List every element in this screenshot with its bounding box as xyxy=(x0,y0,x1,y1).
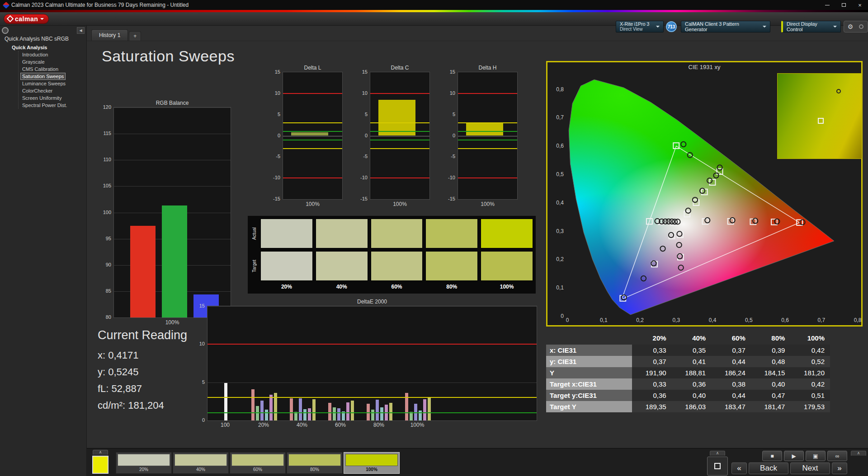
analysis-content: Saturation Sweeps RGB Balance 1201151101… xyxy=(87,41,868,448)
delta-l-chart: Delta L 151050-5-10-15 100% xyxy=(269,65,344,207)
last-page-button[interactable]: » xyxy=(832,462,847,474)
minimize-button[interactable] xyxy=(819,0,835,10)
calman-menu-button[interactable]: calman xyxy=(4,14,49,24)
save-button[interactable]: ▣ xyxy=(806,451,826,461)
y-tick-label: 0,5 xyxy=(556,171,564,177)
table-cell: 0,48 xyxy=(751,356,791,367)
sidebar-item-colorchecker[interactable]: ColorChecker xyxy=(20,87,54,94)
swatch-color xyxy=(118,454,170,466)
swatch-grid: ActualTarget20%40%60%80%100% xyxy=(250,219,533,291)
calman-logo-text: calman xyxy=(15,15,38,23)
workflow-root-node[interactable]: Quick Analysis xyxy=(0,44,86,51)
sidebar-item-grayscale[interactable]: Grayscale xyxy=(20,58,47,65)
deltae-bar xyxy=(333,407,336,420)
meter-reading-badge: 713 xyxy=(666,21,677,32)
deltae-bar xyxy=(312,399,316,420)
pattern-swatches: 20%40%60%80%100% xyxy=(116,452,400,474)
cie-y-axis: 0,80,70,60,50,40,30,20,10 xyxy=(549,72,566,316)
delta-bar xyxy=(466,122,503,135)
table-cell: 0,33 xyxy=(632,378,672,390)
maximize-button[interactable] xyxy=(835,0,852,10)
limit-line xyxy=(283,122,342,123)
pattern-swatch-60%[interactable]: 60% xyxy=(230,452,286,474)
pattern-generator-dropdown[interactable]: CalMAN Client 3 Pattern Generator xyxy=(681,21,770,33)
next-button[interactable]: Next xyxy=(790,462,830,474)
chart-title: Delta L xyxy=(283,65,343,72)
sidebar-item-cms-calibration[interactable]: CMS Calibration xyxy=(20,65,60,73)
table-cell: 0,51 xyxy=(790,390,830,401)
deltae-bar xyxy=(308,408,311,420)
y-tick-label: 110 xyxy=(103,157,111,162)
deltae-bar xyxy=(346,402,349,420)
display-control-dropdown[interactable]: Direct Display Control xyxy=(781,21,841,33)
chevron-down-icon xyxy=(656,26,660,29)
display-control-label: Direct Display Control xyxy=(787,21,830,32)
sidebar-item-spectral-power-dist-[interactable]: Spectral Power Dist. xyxy=(20,102,69,109)
collapse-tab[interactable]: ∧ xyxy=(710,451,725,456)
settings-gear-button[interactable]: ⚙ xyxy=(845,22,855,31)
table-cell: 181,20 xyxy=(790,367,830,378)
active-pattern-swatch[interactable] xyxy=(92,456,108,474)
pattern-swatch-80%[interactable]: 80% xyxy=(287,452,343,474)
y-tick-label: 0,7 xyxy=(556,114,564,121)
stop-button[interactable]: ■ xyxy=(762,451,782,461)
table-cell: 0,44 xyxy=(711,356,751,367)
title-bar: Calman 2023 Calman Ultimate for Business… xyxy=(0,0,868,10)
sidebar-item-screen-uniformity[interactable]: Screen Uniformity xyxy=(20,94,63,102)
column-header xyxy=(546,332,632,345)
deltae-bar xyxy=(428,397,431,420)
pattern-swatch-40%[interactable]: 40% xyxy=(173,452,229,474)
x-tick-label: 0,3 xyxy=(672,317,680,323)
collapse-tab[interactable]: ∧ xyxy=(93,450,108,455)
reading-cdm2: cd/m²: 181,204 xyxy=(98,397,187,414)
limit-line xyxy=(458,122,517,123)
swatch-label: 20% xyxy=(118,466,170,473)
secondary-settings-button[interactable] xyxy=(856,22,866,31)
y-tick-label: 10 xyxy=(199,341,205,346)
pattern-window-button[interactable] xyxy=(707,457,728,476)
table-cell: 0,42 xyxy=(790,345,830,356)
meter-dropdown[interactable]: X-Rite i1Pro 3 Direct View xyxy=(616,21,664,33)
pattern-swatch-20%[interactable]: 20% xyxy=(116,452,172,474)
sidebar-item-luminance-sweeps[interactable]: Luminance Sweeps xyxy=(20,80,67,87)
sidebar-item-introduction[interactable]: Introduction xyxy=(20,51,50,58)
double-chevron-left-icon: « xyxy=(737,464,741,473)
first-page-button[interactable]: « xyxy=(731,462,747,474)
pattern-swatch-100%[interactable]: 100% xyxy=(344,452,400,474)
double-chevron-right-icon: » xyxy=(837,464,841,473)
add-tab-button[interactable]: + xyxy=(129,31,141,41)
page-navigation: « Back Next » xyxy=(731,462,847,474)
y-tick-label: 0 xyxy=(561,313,564,319)
session-button[interactable] xyxy=(2,27,9,34)
chart-title: RGB Balance xyxy=(113,100,231,107)
swatch-column-label: 100% xyxy=(481,284,533,291)
sidebar-collapse-button[interactable]: ◀ xyxy=(77,27,85,34)
meter-mode: Direct View xyxy=(620,27,649,32)
close-button[interactable]: × xyxy=(852,0,868,10)
y-tick-label: 85 xyxy=(106,288,111,294)
delta-h-chart: Delta H 151050-5-10-15 100% xyxy=(444,65,519,207)
pattern-generator-label: CalMAN Client 3 Pattern Generator xyxy=(685,21,759,32)
meter-dropdown-labels: X-Rite i1Pro 3 Direct View xyxy=(620,22,649,32)
continuous-measure-button[interactable]: ∞ xyxy=(827,451,847,461)
calman-application-window: Calman 2023 Calman Ultimate for Business… xyxy=(0,0,868,476)
sidebar-item-saturation-sweeps[interactable]: Saturation Sweeps xyxy=(20,73,66,80)
deltae-2000-chart: DeltaE 2000 151050 10020%40%60%80%100% xyxy=(194,299,538,428)
rgb-balance-chart: RGB Balance 12011511010510095908580 100% xyxy=(97,100,233,326)
y-tick-label: 10 xyxy=(450,90,455,96)
gridline xyxy=(114,186,231,187)
y-tick-label: 80 xyxy=(106,314,111,320)
gridline xyxy=(208,306,537,307)
reading-x: x: 0,4171 xyxy=(98,347,187,364)
deltae-bar xyxy=(299,398,302,420)
close-icon: × xyxy=(858,2,862,9)
table-header-row: 20%40%60%80%100% xyxy=(546,332,830,345)
collapse-tab[interactable]: ∧ xyxy=(851,451,866,456)
tab-history-1[interactable]: History 1 xyxy=(91,29,128,41)
back-button[interactable]: Back xyxy=(749,462,788,474)
play-button[interactable]: ▶ xyxy=(784,451,804,461)
x-tick-label: 0,8 xyxy=(854,317,862,323)
table-cell: 0,42 xyxy=(790,378,830,390)
table-cell: 191,90 xyxy=(632,367,672,378)
sidebar-items: IntroductionGrayscaleCMS CalibrationSatu… xyxy=(18,51,86,109)
